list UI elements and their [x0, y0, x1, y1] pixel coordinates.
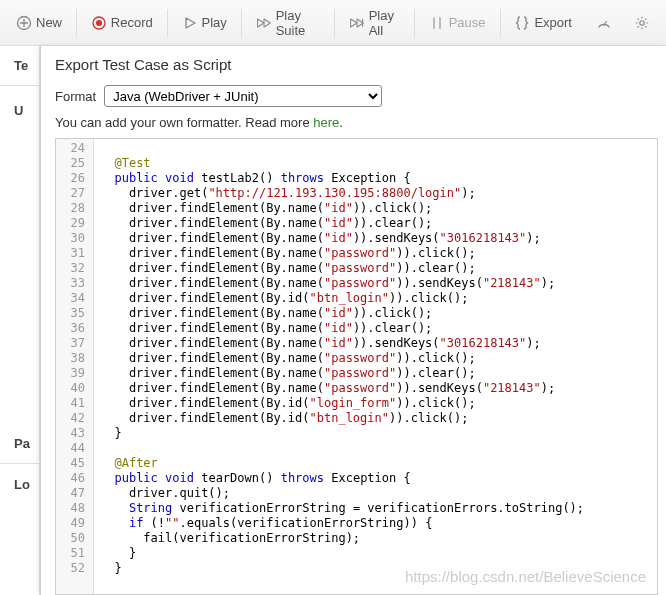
line-gutter: 2425262728293031323334353637383940414243…: [56, 139, 94, 594]
play-all-label: Play All: [369, 8, 400, 38]
play-suite-icon: [256, 15, 272, 31]
record-label: Record: [111, 15, 153, 30]
gauge-icon: [596, 15, 612, 31]
separator: [500, 9, 501, 37]
hint-text: .: [339, 115, 343, 130]
hint-text: You can add your own formatter. Read mor…: [55, 115, 313, 130]
gear-icon: [634, 15, 650, 31]
code-editor[interactable]: 2425262728293031323334353637383940414243…: [55, 138, 658, 595]
separator: [167, 9, 168, 37]
separator: [76, 9, 77, 37]
play-suite-label: Play Suite: [276, 8, 320, 38]
play-suite-button[interactable]: Play Suite: [246, 2, 330, 44]
svg-point-2: [96, 20, 102, 26]
pause-label: Pause: [449, 15, 486, 30]
play-button[interactable]: Play: [172, 9, 237, 37]
braces-icon: [514, 15, 530, 31]
left-panel: Te U Pa Lo: [0, 46, 40, 595]
pause-button[interactable]: Pause: [419, 9, 496, 37]
left-tab[interactable]: Lo: [0, 464, 39, 504]
play-all-icon: [349, 15, 365, 31]
hint-link[interactable]: here: [313, 115, 339, 130]
record-icon: [91, 15, 107, 31]
play-label: Play: [202, 15, 227, 30]
code-content[interactable]: @Test public void testLab2() throws Exce…: [94, 139, 657, 594]
left-tab[interactable]: U: [0, 86, 39, 134]
toolbar: New Record Play Play Suite Play All Paus…: [0, 0, 666, 46]
speed-button[interactable]: [586, 9, 622, 37]
export-label: Export: [534, 15, 572, 30]
play-icon: [182, 15, 198, 31]
separator: [334, 9, 335, 37]
new-button[interactable]: New: [6, 9, 72, 37]
separator: [241, 9, 242, 37]
left-tab[interactable]: Te: [0, 46, 39, 86]
export-modal: Export Test Case as Script Format Java (…: [40, 46, 666, 595]
format-select[interactable]: Java (WebDriver + JUnit): [104, 85, 382, 107]
plus-circle-icon: [16, 15, 32, 31]
formatter-hint: You can add your own formatter. Read mor…: [41, 113, 666, 138]
play-all-button[interactable]: Play All: [339, 2, 410, 44]
new-label: New: [36, 15, 62, 30]
left-tab[interactable]: Pa: [0, 424, 39, 464]
settings-button[interactable]: [624, 9, 660, 37]
export-button[interactable]: Export: [504, 9, 582, 37]
format-label: Format: [55, 89, 96, 104]
pause-icon: [429, 15, 445, 31]
separator: [414, 9, 415, 37]
modal-title: Export Test Case as Script: [41, 46, 666, 81]
format-row: Format Java (WebDriver + JUnit): [41, 81, 666, 113]
svg-point-4: [640, 20, 644, 24]
record-button[interactable]: Record: [81, 9, 163, 37]
